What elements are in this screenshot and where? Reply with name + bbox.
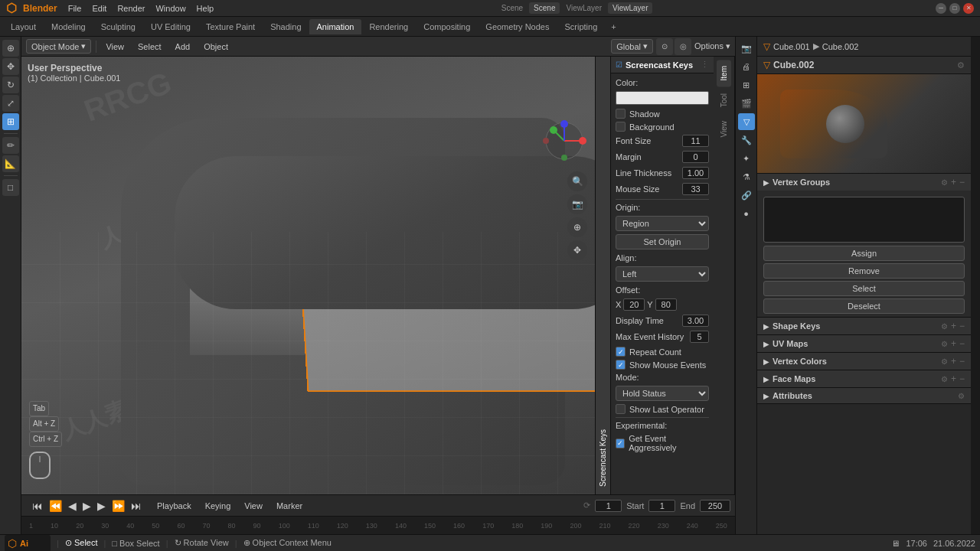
add-menu[interactable]: Add (171, 41, 195, 53)
jump-start-button[interactable]: ⏮ (31, 500, 44, 512)
ws-tab-layout[interactable]: Layout (3, 19, 44, 34)
fm-minus-icon[interactable]: − (959, 373, 965, 384)
maximize-button[interactable]: □ (949, 3, 960, 14)
vg-deselect-button[interactable]: Deselect (763, 298, 965, 314)
fm-plus-icon[interactable]: + (951, 373, 956, 384)
sk-minus-icon[interactable]: − (959, 321, 965, 331)
material-props-button[interactable]: ● (738, 205, 755, 222)
viewport-gizmo[interactable] (541, 118, 587, 164)
snap-button[interactable]: ⊙ (656, 38, 673, 55)
particles-props-button[interactable]: ✦ (738, 150, 755, 167)
vertex-groups-header[interactable]: ▶ Vertex Groups ⚙ + − (757, 174, 971, 191)
menu-window[interactable]: Window (151, 2, 190, 15)
ws-tab-animation[interactable]: Animation (309, 19, 362, 34)
transform-tool[interactable]: ⊞ (2, 113, 19, 130)
line-thickness-input[interactable] (682, 167, 709, 179)
ws-tab-modeling[interactable]: Modeling (44, 19, 93, 34)
next-frame-button[interactable]: ▶ (96, 500, 107, 512)
add-workspace-button[interactable]: + (605, 19, 622, 34)
show-mouse-checkbox[interactable] (616, 360, 626, 370)
move-tool[interactable]: ✥ (2, 58, 19, 75)
tab-view[interactable]: View (717, 115, 731, 144)
scene-value[interactable]: Scene (529, 2, 560, 14)
repeat-count-row[interactable]: Repeat Count (616, 347, 709, 357)
uv-minus-icon[interactable]: − (959, 338, 965, 349)
uv-gear-icon[interactable]: ⚙ (941, 340, 948, 348)
shadow-checkbox[interactable] (616, 109, 626, 119)
cube002-label[interactable]: Cube.002 (822, 42, 859, 51)
vg-select-button[interactable]: Select (763, 281, 965, 296)
sck-enable-checkbox[interactable]: ☑ (616, 60, 622, 69)
options-button[interactable]: Options ▾ (694, 41, 730, 51)
blender-logo[interactable]: ⬡ (6, 1, 17, 15)
play-button[interactable]: ▶ (81, 500, 93, 512)
face-maps-header[interactable]: ▶ Face Maps ⚙ + − (757, 370, 971, 387)
offset-y-input[interactable] (655, 298, 677, 311)
vc-gear-icon[interactable]: ⚙ (941, 357, 948, 366)
end-frame-input[interactable] (700, 500, 730, 512)
offset-x-input[interactable] (623, 298, 645, 311)
viewlayer-value[interactable]: ViewLayer (608, 2, 653, 14)
mode-select[interactable]: Hold Status (616, 386, 709, 401)
attr-gear-icon[interactable]: ⚙ (958, 392, 965, 400)
sk-plus-icon[interactable]: + (951, 321, 956, 331)
vertex-colors-header[interactable]: ▶ Vertex Colors ⚙ + − (757, 353, 971, 370)
uv-maps-header[interactable]: ▶ UV Maps ⚙ + − (757, 335, 971, 352)
close-button[interactable]: ✕ (963, 3, 974, 14)
jump-end-button[interactable]: ⏭ (129, 500, 143, 512)
vg-remove-button[interactable]: Remove (763, 263, 965, 279)
select-menu[interactable]: Select (133, 41, 166, 53)
ws-tab-shading[interactable]: Shading (263, 19, 309, 34)
mode-selector[interactable]: Object Mode ▾ (26, 39, 91, 54)
menu-render[interactable]: Render (113, 2, 149, 15)
vg-plus-icon[interactable]: + (951, 177, 956, 187)
view-menu[interactable]: View (101, 41, 129, 53)
origin-select[interactable]: Region (616, 216, 709, 231)
get-event-checkbox[interactable] (616, 439, 625, 448)
viewlayer-props-button[interactable]: ⊞ (738, 77, 755, 93)
vg-minus-icon[interactable]: − (959, 177, 965, 187)
orbit-button[interactable]: ⊕ (567, 217, 587, 237)
next-keyframe-button[interactable]: ⏩ (110, 500, 126, 512)
background-checkbox[interactable] (616, 122, 626, 132)
view-menu-tl[interactable]: View (240, 500, 267, 512)
background-row[interactable]: Background (616, 122, 709, 132)
proportional-button[interactable]: ◎ (675, 38, 691, 55)
playback-menu[interactable]: Playback (152, 500, 196, 512)
current-frame-input[interactable] (595, 500, 622, 512)
repeat-count-checkbox[interactable] (616, 347, 626, 357)
get-event-row[interactable]: Get Event Aggressively (616, 434, 709, 452)
fm-gear-icon[interactable]: ⚙ (941, 375, 948, 383)
margin-input[interactable] (682, 151, 709, 163)
uv-plus-icon[interactable]: + (951, 338, 956, 349)
vg-assign-button[interactable]: Assign (763, 246, 965, 261)
3d-viewport[interactable]: RRCG 人人素材 人人素材 RRCG 人人素材 RRCG (21, 57, 595, 494)
shadow-row[interactable]: Shadow (616, 109, 709, 119)
max-event-input[interactable] (690, 331, 709, 343)
align-select[interactable]: Left (616, 266, 709, 282)
rotate-tool[interactable]: ↻ (2, 77, 19, 93)
scene-props-button[interactable]: 🎬 (738, 95, 755, 112)
start-frame-input[interactable] (648, 500, 675, 512)
keying-menu[interactable]: Keying (201, 500, 236, 512)
mouse-size-input[interactable] (682, 183, 709, 195)
annotate-tool[interactable]: ✏ (2, 137, 19, 154)
shape-keys-header[interactable]: ▶ Shape Keys ⚙ + − (757, 318, 971, 334)
physics-props-button[interactable]: ⚗ (738, 168, 755, 185)
scale-tool[interactable]: ⤢ (2, 95, 19, 112)
show-mouse-row[interactable]: Show Mouse Events (616, 360, 709, 370)
ws-tab-compositing[interactable]: Compositing (416, 19, 478, 34)
camera-button[interactable]: 📷 (567, 194, 587, 214)
marker-menu[interactable]: Marker (272, 500, 307, 512)
minimize-button[interactable]: ─ (936, 3, 946, 14)
menu-file[interactable]: File (64, 2, 87, 15)
ws-tab-scripting[interactable]: Scripting (557, 19, 605, 34)
timeline[interactable]: 1 10 20 30 40 50 60 70 80 90 100 110 120… (21, 516, 735, 534)
object-menu[interactable]: Object (199, 41, 233, 53)
tab-item[interactable]: Item (717, 60, 731, 86)
output-props-button[interactable]: 🖨 (738, 58, 755, 75)
object-props-button[interactable]: ▽ (738, 113, 755, 130)
object-options-icon[interactable]: ⚙ (957, 60, 965, 70)
prev-keyframe-button[interactable]: ⏪ (47, 500, 64, 512)
render-props-button[interactable]: 📷 (738, 40, 755, 57)
